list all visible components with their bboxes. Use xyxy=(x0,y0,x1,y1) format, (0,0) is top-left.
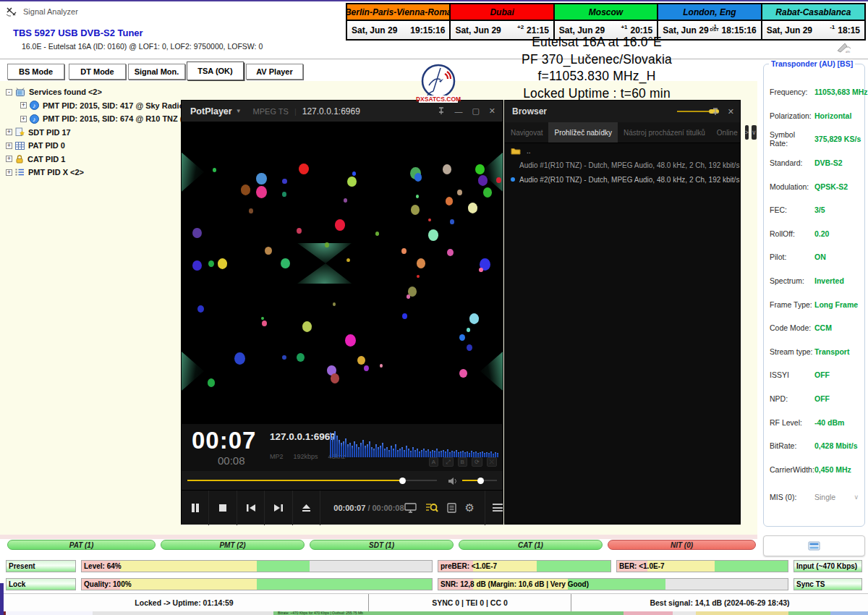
clock-utc-offset: -1DST xyxy=(710,23,719,32)
spectrum-bar xyxy=(365,446,366,457)
transponder-row: Symbol Rate:375,829 KS/s xyxy=(770,127,863,151)
clock-date: Sat, Jun 29 xyxy=(767,25,812,35)
tab-dt-mode[interactable]: DT Mode xyxy=(69,64,126,80)
tree-expander[interactable]: + xyxy=(20,102,27,109)
browser-tab-dropdown[interactable]: ∨ xyxy=(752,125,757,140)
close-icon[interactable]: ✕ xyxy=(728,107,734,116)
pin-icon[interactable] xyxy=(712,108,719,116)
volume-icon[interactable] xyxy=(448,475,458,488)
tree-item[interactable]: -Services found <2> xyxy=(6,85,230,99)
tree-expander[interactable]: + xyxy=(20,116,27,122)
spectrum-bar xyxy=(412,447,414,457)
transponder-value: OFF xyxy=(814,370,830,379)
spectrum-bar xyxy=(354,441,355,457)
signal-bar-segment xyxy=(257,579,432,590)
transponder-row: Pilot:ON xyxy=(770,245,863,269)
tree-expander[interactable]: + xyxy=(6,169,12,176)
expand-icon[interactable]: ⤢ xyxy=(443,457,453,467)
stream-capture-button[interactable] xyxy=(763,535,865,556)
browser-tab-scroll-right[interactable]: > xyxy=(745,125,749,140)
video-dot xyxy=(333,302,336,305)
video-dot xyxy=(357,356,365,365)
cast-icon[interactable] xyxy=(404,503,417,513)
volume-handle[interactable] xyxy=(477,478,484,484)
browser-tab[interactable]: Navigovat xyxy=(505,122,548,143)
previous-button[interactable] xyxy=(237,491,265,525)
transponder-label: Modulation: xyxy=(770,182,814,191)
tab-signal-mon-[interactable]: Signal Mon. xyxy=(128,64,185,80)
seek-handle[interactable] xyxy=(399,478,406,484)
signal-bar-label: BER: <1.0E-7 xyxy=(619,561,665,572)
maximize-icon[interactable]: ▢ xyxy=(472,106,479,116)
chevron-down-icon[interactable]: ▼ xyxy=(236,108,242,114)
spectrum-bar xyxy=(391,446,392,457)
video-dot xyxy=(282,355,286,360)
transponder-label: Spectrum: xyxy=(770,276,814,285)
tree-item-label: PAT PID 0 xyxy=(28,141,65,150)
browser-tabs: NavigovatProhlížeč nabídkyNástroj prochá… xyxy=(505,122,740,143)
next-button[interactable] xyxy=(265,491,292,525)
browser-tab[interactable]: Online xyxy=(711,122,744,143)
spectrum-bar xyxy=(380,446,381,457)
browser-audio-item[interactable]: Audio #2(R10 TNZ) - Dutch, MPEG Audio, 4… xyxy=(505,172,740,187)
spectrum-bar xyxy=(447,449,448,457)
tab-bs-mode[interactable]: BS Mode xyxy=(7,64,64,80)
potplayer-app-name[interactable]: PotPlayer xyxy=(190,106,232,116)
video-dot xyxy=(208,378,215,386)
spectrum-bar xyxy=(369,441,370,457)
settings-gear-icon[interactable]: ⚙ xyxy=(465,501,475,514)
spectrum-bar xyxy=(421,450,422,457)
volume-slider[interactable] xyxy=(462,480,497,481)
playlist-icon[interactable] xyxy=(447,503,456,513)
browser-tab[interactable]: Prohlížeč nabídky xyxy=(548,122,618,143)
video-dot xyxy=(256,186,267,198)
browser-tab[interactable]: Nástroj procházení titulků xyxy=(618,122,711,143)
spectrum-bar xyxy=(482,451,483,457)
video-dot xyxy=(297,353,305,362)
seek-bar[interactable] xyxy=(187,480,437,481)
ab-repeat-b-icon[interactable]: B xyxy=(458,457,467,467)
tab-tsa-ok-[interactable]: TSA (OK) xyxy=(187,62,244,80)
browser-up-directory[interactable]: .. xyxy=(505,143,740,158)
satellite-cursor-icon: dXt xyxy=(836,41,854,58)
spectrum-bar xyxy=(414,450,416,457)
tree-expander[interactable]: + xyxy=(6,143,12,149)
close-icon[interactable]: ✕ xyxy=(489,106,495,116)
tree-expander[interactable]: + xyxy=(6,156,12,162)
audio-icon: ♪ xyxy=(30,114,39,124)
signal-bar-label: Quality: 100% xyxy=(84,579,132,590)
opacity-slider[interactable] xyxy=(677,111,709,112)
pin-icon[interactable] xyxy=(438,107,445,115)
tree-expander[interactable]: + xyxy=(6,129,12,135)
seek-row xyxy=(182,471,503,490)
signal-bar-segment xyxy=(120,561,257,572)
browser-audio-item[interactable]: Audio #1(R10 TNZ) - Dutch, MPEG Audio, 4… xyxy=(505,158,740,172)
eject-button[interactable] xyxy=(293,491,320,525)
transponder-label: Standard: xyxy=(770,158,814,167)
pause-button[interactable] xyxy=(182,491,209,525)
menu-hamburger-icon[interactable] xyxy=(485,491,503,525)
spectrum-bar xyxy=(417,449,418,457)
mis-dropdown[interactable]: MIS (0): Single ∨ xyxy=(770,493,859,501)
loop-icon[interactable]: ⟳ xyxy=(472,457,482,467)
video-area[interactable] xyxy=(182,122,503,424)
browser-titlebar[interactable]: Browser ✕ xyxy=(505,101,740,122)
spectrum-bar xyxy=(384,449,386,457)
minimize-icon[interactable]: — xyxy=(454,107,462,116)
spectrum-bar xyxy=(462,451,464,457)
transponder-row: Polarization:Horizontal xyxy=(770,104,863,128)
shuffle-icon[interactable]: ⤬ xyxy=(487,457,497,467)
tv-icon xyxy=(15,88,25,97)
spectrum-bar xyxy=(352,446,353,457)
tab-av-player[interactable]: AV Player xyxy=(246,64,303,80)
elapsed-readout: 00:00:07 xyxy=(333,504,365,512)
transponder-label: Code Mode: xyxy=(770,323,814,332)
clock-utc-offset: +1 xyxy=(621,24,627,30)
video-dot xyxy=(282,179,287,184)
tree-expander[interactable]: - xyxy=(6,89,12,96)
browse-search-icon[interactable] xyxy=(425,502,438,513)
ab-repeat-a-icon[interactable]: A xyxy=(429,457,438,467)
transponder-label: Stream type: xyxy=(770,347,814,356)
stop-button[interactable] xyxy=(209,491,237,525)
spectrum-bar xyxy=(495,452,496,457)
